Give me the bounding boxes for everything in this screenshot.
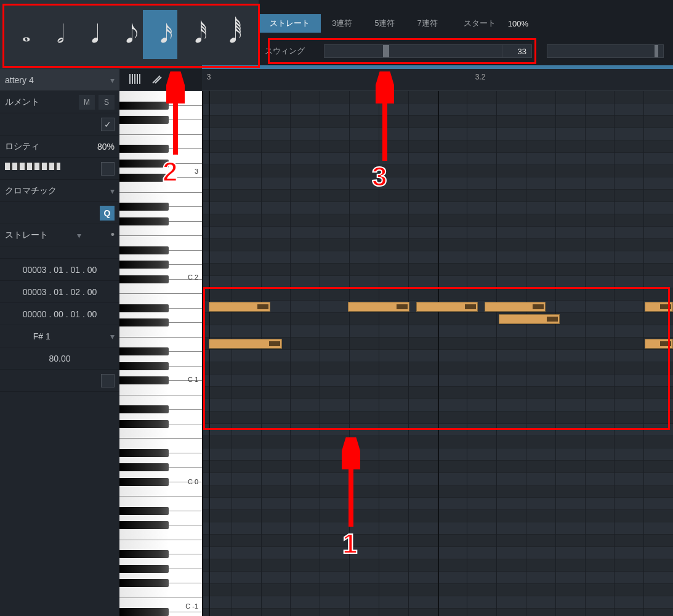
inspector-sidebar: attery 4 ▾ ルメント M S ✓ ロシティ 80% クロマチック ▾ … (0, 69, 119, 616)
ruler-mark: 3 (207, 73, 211, 81)
mini-keyboard-icon[interactable] (5, 163, 60, 175)
quantize-label: ストレート (5, 230, 48, 241)
octave-label: C 1 (188, 376, 198, 383)
midi-note[interactable] (645, 302, 673, 312)
svg-rect-1 (132, 74, 133, 84)
tab-septuplet[interactable]: 7連符 (406, 14, 448, 33)
note-pitch-select[interactable]: F# 1 ▾ (0, 325, 119, 347)
scale-box[interactable] (101, 162, 115, 176)
time-end[interactable]: 00003 . 01 . 02 . 00 (23, 287, 97, 297)
ruler-mark: 3.2 (475, 73, 486, 81)
tab-quintuplet[interactable]: 5連符 (363, 14, 406, 33)
midi-note[interactable] (209, 339, 282, 349)
quarter-note-button[interactable]: 𝅘𝅥 (74, 10, 108, 59)
thirtysecond-note-button[interactable]: 𝅘𝅥𝅰 (177, 10, 212, 59)
svg-rect-4 (139, 74, 140, 84)
svg-rect-3 (137, 74, 138, 84)
drum-editor-icon[interactable] (129, 74, 142, 86)
chevron-down-icon: ▾ (110, 75, 115, 85)
note-pitch: F# 1 (33, 331, 50, 341)
piano-keyboard[interactable]: 3C 2C 1C 0C -1 (119, 91, 202, 616)
note-velocity[interactable]: 80.00 (49, 354, 70, 363)
start-label: スタート (464, 18, 496, 29)
chevron-down-icon: ▾ (110, 331, 115, 341)
chevron-down-icon: ▾ (110, 186, 115, 196)
extra-box[interactable] (101, 374, 115, 387)
solo-button[interactable]: S (99, 95, 115, 110)
secondary-slider[interactable] (547, 44, 664, 58)
secondary-slider-handle[interactable] (655, 45, 658, 57)
quantize-mode-select[interactable]: ストレート ▾ • (0, 224, 119, 246)
velocity-value[interactable]: 80% (97, 142, 115, 152)
sixteenth-note-button[interactable]: 𝅘𝅥𝅯 (143, 10, 177, 59)
octave-label: 3 (195, 168, 198, 175)
midi-note[interactable] (209, 302, 270, 312)
eighth-note-button[interactable]: 𝅘𝅥𝅮 (108, 10, 143, 59)
ruler-highlight (202, 65, 673, 69)
octave-label: C 0 (188, 478, 198, 485)
instrument-select[interactable]: attery 4 ▾ (0, 69, 119, 91)
swing-slider-handle[interactable] (383, 45, 389, 57)
enable-checkbox[interactable]: ✓ (101, 118, 115, 131)
half-note-button[interactable]: 𝅗𝅥 (39, 10, 74, 59)
chevron-down-icon: ▾ (77, 230, 81, 240)
svg-rect-2 (134, 74, 135, 84)
velocity-label: ロシティ (5, 141, 39, 152)
timeline-ruler[interactable]: 3 3.2 (202, 69, 673, 91)
time-start[interactable]: 00003 . 01 . 01 . 00 (23, 265, 97, 275)
instrument-name: attery 4 (5, 75, 34, 85)
scale-select[interactable]: クロマチック ▾ (0, 180, 119, 202)
track-label: ルメント (5, 97, 39, 108)
tab-triplet[interactable]: 3連符 (321, 14, 363, 33)
swing-slider[interactable] (324, 44, 502, 58)
swing-value[interactable]: 33 (502, 44, 532, 58)
start-percent[interactable]: 100% (508, 19, 528, 28)
whole-note-button[interactable]: 𝅝 (5, 10, 39, 59)
midi-note[interactable] (348, 302, 409, 312)
midi-note[interactable] (645, 339, 673, 349)
sixtyfourth-note-button[interactable]: 𝅘𝅥𝅱 (212, 10, 246, 59)
midi-note[interactable] (499, 314, 560, 324)
check-icon: ✓ (104, 120, 111, 129)
swing-label: スウィング (259, 46, 324, 57)
svg-rect-0 (129, 74, 131, 84)
drumstick-icon[interactable] (151, 73, 163, 86)
piano-roll-grid[interactable] (202, 91, 673, 616)
octave-label: C -1 (185, 602, 198, 610)
tuplet-tabs: ストレート 3連符 5連符 7連符 スタート 100% (259, 14, 673, 33)
octave-label: C 2 (188, 274, 198, 281)
scale-label: クロマチック (5, 185, 57, 197)
dot-icon: • (111, 229, 115, 241)
midi-note[interactable] (416, 302, 477, 312)
time-length[interactable]: 00000 . 00 . 01 . 00 (23, 309, 97, 319)
mute-button[interactable]: M (79, 95, 95, 110)
midi-note[interactable] (485, 302, 546, 312)
quantize-button[interactable]: Q (100, 206, 115, 221)
note-value-toolbar: 𝅝 𝅗𝅥 𝅘𝅥 𝅘𝅥𝅮 𝅘𝅥𝅯 𝅘𝅥𝅰 𝅘𝅥𝅱 (0, 0, 259, 69)
tab-straight[interactable]: ストレート (259, 14, 321, 33)
